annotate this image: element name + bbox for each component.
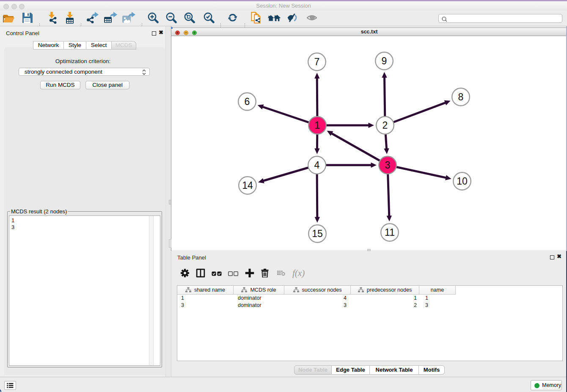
svg-text:1: 1: [315, 120, 320, 131]
svg-text:7: 7: [314, 56, 320, 67]
svg-text:10: 10: [457, 176, 468, 187]
svg-text:9: 9: [382, 55, 387, 66]
svg-text:15: 15: [312, 228, 323, 239]
svg-text:14: 14: [242, 180, 253, 191]
svg-text:8: 8: [458, 91, 464, 102]
svg-text:4: 4: [314, 160, 320, 171]
svg-text:11: 11: [385, 227, 395, 238]
svg-text:6: 6: [245, 96, 250, 107]
svg-text:3: 3: [385, 160, 391, 171]
svg-text:2: 2: [383, 120, 388, 131]
